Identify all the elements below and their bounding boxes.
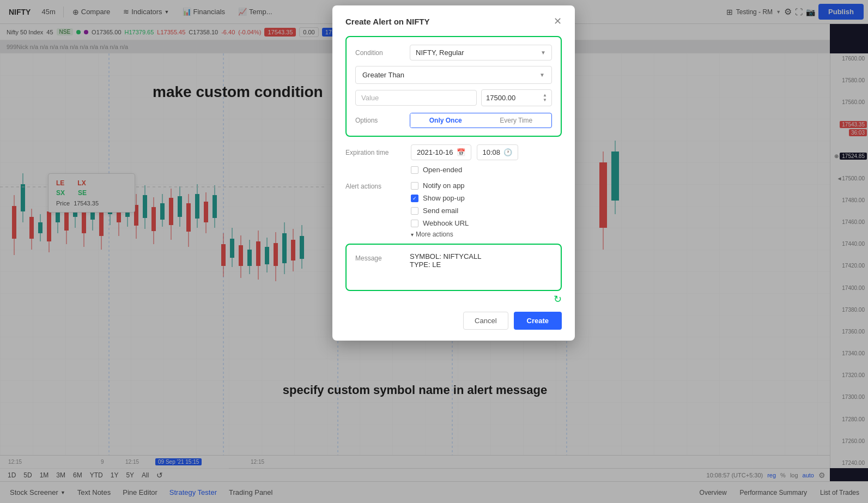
webhook-checkbox[interactable] bbox=[411, 220, 418, 227]
expiration-time-input[interactable]: 10:08 🕐 bbox=[477, 144, 519, 160]
create-button[interactable]: Create bbox=[514, 312, 562, 330]
send-email-checkbox[interactable] bbox=[411, 207, 418, 215]
value-amount-input[interactable]: 17500.00 ▲ ▼ bbox=[481, 89, 552, 106]
cancel-button[interactable]: Cancel bbox=[463, 312, 508, 330]
expiration-label: Expiration time bbox=[345, 149, 405, 156]
value-placeholder-input[interactable]: Value bbox=[355, 90, 477, 106]
show-popup-checkbox[interactable]: ✓ bbox=[411, 195, 418, 202]
modal-footer: Cancel Create bbox=[345, 312, 562, 330]
value-spinner-down[interactable]: ▼ bbox=[543, 98, 547, 102]
open-ended-label: Open-ended bbox=[423, 166, 462, 174]
create-alert-modal: Create Alert on NIFTY ✕ Condition NIFTY,… bbox=[332, 5, 575, 341]
message-section: Message SYMBOL: NIFTYCALL TYPE: LE bbox=[345, 244, 562, 291]
greater-than-chevron-icon: ▼ bbox=[539, 72, 545, 78]
more-actions-toggle[interactable]: ▾ More actions bbox=[411, 231, 562, 238]
calendar-icon: 📅 bbox=[457, 148, 465, 156]
options-group: Only Once Every Time bbox=[410, 113, 552, 128]
value-spinner-up[interactable]: ▲ bbox=[543, 93, 547, 98]
option-only-once-button[interactable]: Only Once bbox=[410, 113, 481, 128]
condition-value: NIFTY, Regular bbox=[416, 49, 464, 57]
modal-title: Create Alert on NIFTY bbox=[345, 17, 429, 26]
condition-dropdown[interactable]: NIFTY, Regular ▼ bbox=[410, 45, 552, 60]
refresh-icon[interactable]: ↻ bbox=[554, 293, 562, 305]
more-actions-chevron-icon: ▾ bbox=[411, 232, 414, 238]
options-label: Options bbox=[355, 117, 404, 124]
greater-than-dropdown[interactable]: Greater Than ▼ bbox=[355, 66, 552, 84]
greater-than-value: Greater Than bbox=[362, 71, 404, 79]
modal-close-button[interactable]: ✕ bbox=[554, 16, 562, 26]
option-every-time-button[interactable]: Every Time bbox=[481, 113, 552, 128]
modal-overlay: Create Alert on NIFTY ✕ Condition NIFTY,… bbox=[0, 0, 868, 503]
condition-section: Condition NIFTY, Regular ▼ Greater Than … bbox=[345, 36, 562, 137]
expiration-date-input[interactable]: 2021-10-16 📅 bbox=[411, 144, 471, 160]
condition-label: Condition bbox=[355, 49, 404, 57]
open-ended-checkbox[interactable] bbox=[411, 166, 418, 174]
condition-chevron-icon: ▼ bbox=[541, 50, 546, 56]
clock-icon: 🕐 bbox=[503, 148, 512, 156]
notify-app-checkbox[interactable] bbox=[411, 182, 418, 190]
message-textarea[interactable]: SYMBOL: NIFTYCALL TYPE: LE bbox=[410, 252, 552, 282]
message-label: Message bbox=[355, 252, 404, 262]
alert-actions-label: Alert actions bbox=[345, 181, 405, 190]
send-email-label: Send email bbox=[423, 207, 458, 215]
show-popup-label: Show pop-up bbox=[423, 194, 465, 202]
notify-app-label: Notify on app bbox=[423, 181, 465, 190]
webhook-label: Webhook URL bbox=[423, 219, 469, 227]
